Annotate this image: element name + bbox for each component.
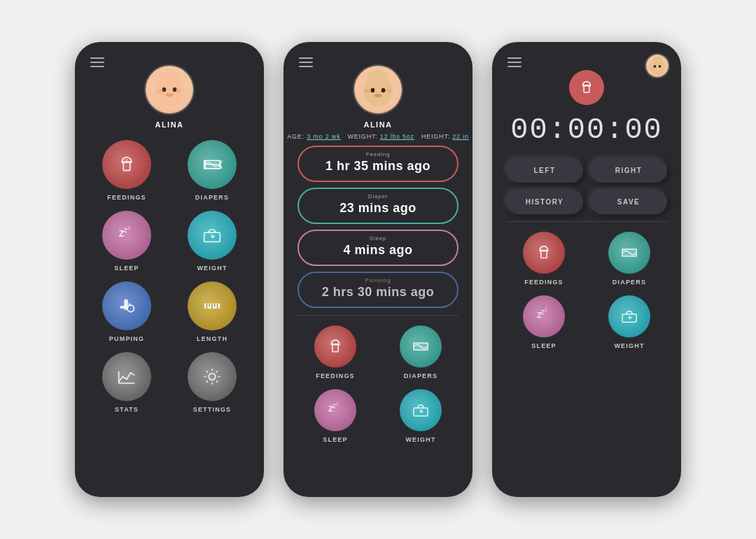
svg-rect-11: [204, 232, 220, 241]
svg-point-42: [659, 65, 662, 68]
bottom-sleep[interactable]: Z Z Z SLEEP: [298, 389, 373, 443]
feedings-label: FEEDINGS: [107, 194, 146, 201]
svg-point-4: [160, 71, 178, 85]
bottom-diapers-label: DIAPERS: [404, 372, 438, 379]
svg-text:Z: Z: [336, 401, 339, 406]
bottom-sleep-label: SLEEP: [323, 436, 348, 443]
bottom3-feedings[interactable]: FEEDINGS: [506, 232, 582, 286]
svg-text:Z: Z: [332, 402, 336, 410]
svg-line-49: [629, 317, 631, 319]
phone-1: ALINA FEEDINGS DIAPERS: [75, 42, 264, 497]
diapers-label: DIAPERS: [195, 194, 229, 201]
divider-2: [298, 315, 458, 316]
bottom3-weight[interactable]: WEIGHT: [592, 295, 667, 349]
main-menu: FEEDINGS DIAPERS Z Z Z SLEEP: [89, 140, 250, 413]
svg-point-16: [127, 305, 134, 312]
svg-point-3: [165, 93, 173, 97]
svg-point-5: [158, 89, 163, 93]
svg-point-30: [374, 94, 382, 97]
hamburger-menu-1[interactable]: [90, 57, 104, 67]
weight-icon-circle: [188, 211, 237, 260]
stats-label: STATS: [115, 406, 139, 413]
bottom-diapers[interactable]: DIAPERS: [383, 326, 458, 379]
history-button[interactable]: HISTORY: [506, 190, 583, 214]
avatar-1[interactable]: [144, 64, 195, 115]
bottom-sleep-icon: Z Z Z: [314, 389, 356, 431]
sleep-label: SLEEP: [114, 265, 139, 272]
pumping-label: PUMPING: [109, 335, 144, 342]
bottom3-diapers[interactable]: DIAPERS: [592, 232, 667, 286]
menu-item-pumping[interactable]: PUMPING: [89, 281, 164, 342]
svg-point-32: [365, 89, 370, 93]
svg-rect-15: [120, 306, 126, 309]
svg-rect-47: [622, 314, 636, 323]
svg-text:Z: Z: [328, 405, 333, 413]
bottom-weight-icon: [400, 389, 442, 431]
svg-point-28: [371, 88, 375, 93]
svg-point-6: [176, 89, 181, 93]
settings-label: SETTINGS: [193, 406, 232, 413]
bottom3-feedings-label: FEEDINGS: [524, 279, 564, 286]
hamburger-menu-2[interactable]: [299, 57, 313, 67]
right-button[interactable]: RIGHT: [590, 158, 667, 183]
save-button[interactable]: SAVE: [590, 190, 667, 214]
phone-3: 00:00:00 LEFT RIGHT HISTORY SAVE FEEDING…: [492, 42, 681, 497]
svg-rect-37: [414, 408, 428, 416]
svg-text:Z: Z: [537, 311, 542, 319]
bottom-nav-3: FEEDINGS DIAPERS Z Z Z SLEEP: [506, 232, 667, 349]
hamburger-menu-3[interactable]: [507, 57, 522, 67]
bottle-indicator: [569, 70, 604, 105]
phone-2: ALINA AGE: 3 mo 2 wk WEIGHT: 12 lbs 5oz …: [284, 42, 472, 497]
diaper-stat-card[interactable]: Diaper 23 mins ago: [298, 188, 458, 224]
bottom3-sleep[interactable]: Z Z Z SLEEP: [506, 295, 582, 349]
divider-3: [506, 221, 667, 222]
svg-point-33: [386, 89, 391, 93]
bottom-weight[interactable]: WEIGHT: [383, 389, 458, 443]
length-label: LENGTH: [197, 335, 227, 342]
feedings-icon-circle: [102, 140, 151, 189]
baby-stats-bar: AGE: 3 mo 2 wk WEIGHT: 12 lbs 5oz HEIGHT…: [287, 133, 469, 140]
svg-point-41: [654, 65, 657, 68]
menu-item-settings[interactable]: SETTINGS: [174, 352, 250, 413]
bottom3-weight-label: WEIGHT: [614, 342, 644, 349]
menu-item-stats[interactable]: STATS: [89, 352, 164, 413]
bottom-nav-2: FEEDINGS DIAPERS Z Z Z SLEEP: [298, 326, 458, 443]
svg-text:Z: Z: [127, 225, 131, 231]
bottom3-diapers-icon: [608, 232, 650, 274]
timer-display: 00:00:00: [510, 113, 663, 147]
svg-point-26: [209, 373, 215, 379]
menu-item-length[interactable]: LENGTH: [174, 281, 250, 342]
svg-point-31: [368, 70, 388, 86]
sleep-stat-card[interactable]: Sleep 4 mins ago: [298, 230, 458, 266]
svg-line-13: [212, 236, 215, 238]
left-button[interactable]: LEFT: [506, 158, 583, 183]
settings-icon-circle: [188, 352, 237, 401]
svg-point-29: [382, 88, 386, 93]
menu-item-weight[interactable]: WEIGHT: [174, 211, 250, 272]
svg-text:Z: Z: [123, 226, 127, 234]
bottom-feedings-label: FEEDINGS: [316, 372, 355, 379]
bottom-diapers-icon: [400, 326, 442, 368]
avatar-3-small[interactable]: [645, 53, 670, 78]
bottom3-sleep-icon: Z Z Z: [523, 295, 565, 337]
bottom-weight-label: WEIGHT: [405, 436, 435, 443]
bottom3-feedings-icon: [523, 232, 565, 274]
diapers-icon-circle: [188, 140, 237, 189]
pumping-icon-circle: [102, 281, 151, 330]
weight-label: WEIGHT: [197, 265, 227, 272]
menu-item-diapers[interactable]: DIAPERS: [174, 140, 250, 201]
timer-buttons: LEFT RIGHT HISTORY SAVE: [506, 158, 667, 214]
avatar-2[interactable]: [353, 64, 403, 115]
svg-point-43: [652, 57, 662, 65]
svg-point-7: [125, 159, 128, 162]
menu-item-sleep[interactable]: Z Z Z SLEEP: [89, 211, 164, 272]
menu-item-feedings[interactable]: FEEDINGS: [89, 140, 164, 201]
bottom-feedings-icon: [314, 326, 356, 368]
svg-text:Z: Z: [545, 307, 547, 312]
bottom3-sleep-label: SLEEP: [531, 342, 556, 349]
feeding-stat-card[interactable]: Feeding 1 hr 35 mins ago: [298, 146, 458, 182]
bottom3-weight-icon: [608, 295, 650, 337]
stats-icon-circle: [102, 352, 151, 401]
bottom-feedings[interactable]: FEEDINGS: [298, 326, 373, 379]
pumping-stat-card[interactable]: Pumping 2 hrs 30 mins ago: [298, 272, 458, 308]
